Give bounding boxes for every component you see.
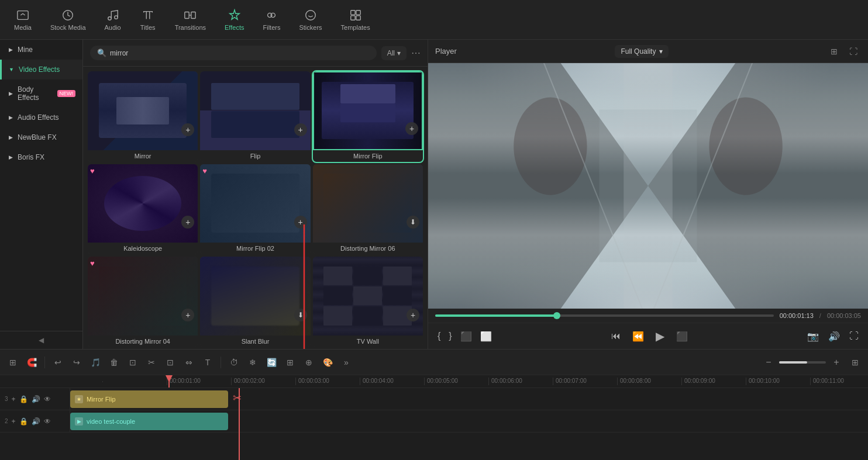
clip-effect-icon: ★ bbox=[75, 395, 83, 403]
track2-visible-icon[interactable]: 👁 bbox=[44, 417, 51, 426]
progress-fill bbox=[435, 314, 557, 317]
fullscreen-button[interactable]: ⛶ bbox=[846, 46, 861, 57]
sidebar-item-boris-fx[interactable]: ▶ Boris FX bbox=[0, 147, 82, 167]
track-visible-icon[interactable]: 👁 bbox=[44, 395, 51, 403]
add-tv-wall-button[interactable]: + bbox=[407, 309, 419, 321]
step-back-button[interactable]: ⏪ bbox=[630, 328, 646, 344]
toolbar-templates[interactable]: Templates bbox=[333, 4, 378, 36]
download-distorting-mirror-06-button[interactable]: ⬇ bbox=[407, 216, 419, 229]
effect-item-kaleidoscope[interactable]: ♥ + Kaleidoscope bbox=[88, 164, 198, 255]
add-kaleidoscope-button[interactable]: + bbox=[181, 216, 194, 229]
tl-crop-button[interactable]: ⊡ bbox=[162, 354, 178, 371]
video-overlay-svg bbox=[428, 63, 868, 309]
extract-button[interactable]: ⬛ bbox=[458, 328, 474, 344]
mark-out-button[interactable]: } bbox=[446, 328, 454, 344]
tl-loop-button[interactable]: 🔄 bbox=[263, 354, 280, 371]
tl-color-button[interactable]: 🎨 bbox=[319, 354, 336, 371]
camera-button[interactable]: 📷 bbox=[805, 328, 821, 344]
tl-text-button[interactable]: T bbox=[199, 354, 216, 371]
play-button[interactable]: ▶ bbox=[653, 327, 667, 345]
effects-content: + Mirror + Flip bbox=[83, 67, 428, 349]
zoom-out-button[interactable]: − bbox=[760, 354, 777, 371]
tl-audio-extract-button[interactable]: 🎵 bbox=[87, 354, 104, 371]
tl-delete-button[interactable]: 🗑 bbox=[106, 354, 122, 371]
track-mute-icon[interactable]: 🔊 bbox=[32, 395, 40, 403]
effect-item-tv-wall[interactable]: + TV Wall bbox=[313, 257, 423, 347]
tl-redo-button[interactable]: ↪ bbox=[68, 354, 85, 371]
effect-item-mirror[interactable]: + Mirror bbox=[88, 71, 198, 162]
player-controls-center: ⏮ ⏪ ▶ ⬛ bbox=[609, 327, 690, 345]
toolbar-filters[interactable]: Filters bbox=[254, 4, 288, 36]
add-flip-button[interactable]: + bbox=[294, 123, 307, 136]
player-area: Player Full Quality ▾ ⊞ ⛶ bbox=[428, 40, 868, 349]
sidebar-item-audio-effects[interactable]: ▶ Audio Effects bbox=[0, 108, 82, 127]
stop-button[interactable]: ⬛ bbox=[674, 328, 690, 344]
add-mirror-flip-button[interactable]: + bbox=[405, 122, 418, 135]
effect-label-slant-blur: Slant Blur bbox=[200, 336, 310, 347]
tl-split-button[interactable]: ⊞ bbox=[282, 354, 298, 371]
track2-mute-icon[interactable]: 🔊 bbox=[32, 417, 40, 426]
sidebar-item-newblue-fx[interactable]: ▶ NewBlue FX bbox=[0, 127, 82, 147]
toolbar-titles[interactable]: Titles bbox=[132, 4, 164, 36]
toolbar-stickers[interactable]: Stickers bbox=[291, 4, 330, 36]
tl-resize-button[interactable]: ⇔ bbox=[181, 354, 197, 371]
sidebar-collapse-button[interactable]: ◀ bbox=[0, 331, 82, 349]
effect-item-distorting-mirror-06[interactable]: ⬇ Distorting Mirror 06 bbox=[313, 164, 423, 255]
effect-label-mirror-flip: Mirror Flip bbox=[313, 150, 423, 162]
clip-mirror-flip[interactable]: ★ Mirror Flip bbox=[70, 390, 228, 408]
clip-video-test-couple[interactable]: ▶ video test-couple bbox=[70, 413, 228, 430]
search-filter-dropdown[interactable]: All ▾ bbox=[381, 46, 407, 60]
svg-point-3 bbox=[114, 15, 118, 18]
sidebar-item-mine[interactable]: ▶ Mine bbox=[0, 40, 82, 60]
mark-in-button[interactable]: { bbox=[435, 328, 443, 344]
sidebar-item-video-effects[interactable]: ▼ Video Effects bbox=[0, 60, 82, 79]
ruler-tick-0 bbox=[102, 381, 167, 382]
tl-copy-button[interactable]: ⊡ bbox=[125, 354, 141, 371]
search-more-button[interactable]: ⋯ bbox=[411, 47, 421, 58]
track2-add-icon[interactable]: + bbox=[12, 417, 16, 426]
overwrite-button[interactable]: ⬜ bbox=[478, 328, 494, 344]
effect-item-mirror-flip[interactable]: + Mirror Flip bbox=[313, 71, 423, 162]
tl-undo-button[interactable]: ↩ bbox=[50, 354, 66, 371]
effect-item-flip[interactable]: + Flip bbox=[200, 71, 310, 162]
rewind-button[interactable]: ⏮ bbox=[609, 328, 623, 344]
tl-magnet-button[interactable]: 🧲 bbox=[23, 354, 40, 371]
progress-track[interactable] bbox=[435, 314, 774, 317]
track-add-icon[interactable]: + bbox=[12, 395, 16, 403]
toolbar-audio[interactable]: Audio bbox=[97, 4, 129, 36]
quality-select[interactable]: Full Quality ▾ bbox=[615, 45, 669, 58]
add-distorting-mirror-04-button[interactable]: + bbox=[181, 309, 194, 321]
zoom-slider[interactable] bbox=[779, 361, 826, 364]
svg-rect-9 bbox=[350, 10, 354, 14]
toolbar-media[interactable]: Media bbox=[6, 4, 40, 36]
download-slant-blur-button[interactable]: ⬇ bbox=[294, 309, 307, 321]
fullscreen-player-button[interactable]: ⛶ bbox=[847, 328, 861, 344]
tl-speed-button[interactable]: ⏱ bbox=[226, 354, 242, 371]
zoom-in-button[interactable]: + bbox=[828, 354, 845, 371]
grid-view-button[interactable]: ⊞ bbox=[827, 46, 841, 57]
search-input-wrap[interactable]: 🔍 bbox=[90, 46, 377, 60]
toolbar-transitions[interactable]: Transitions bbox=[167, 4, 214, 36]
toolbar-stock-media[interactable]: Stock Media bbox=[42, 4, 94, 36]
effect-item-slant-blur[interactable]: ⬇ Slant Blur bbox=[200, 257, 310, 347]
search-input[interactable] bbox=[110, 49, 370, 57]
tl-freeze-button[interactable]: ❄ bbox=[244, 354, 261, 371]
tl-more-button[interactable]: » bbox=[338, 354, 354, 371]
tl-cut-button[interactable]: ✂ bbox=[143, 354, 160, 371]
track2-lock-icon[interactable]: 🔒 bbox=[19, 417, 28, 426]
search-icon: 🔍 bbox=[97, 49, 106, 57]
effect-item-mirror-flip-02[interactable]: ♥ + Mirror Flip 02 bbox=[200, 164, 310, 255]
sidebar-item-body-effects[interactable]: ▶ Body Effects NEW! bbox=[0, 79, 82, 108]
track-lock-icon[interactable]: 🔒 bbox=[19, 395, 28, 403]
tl-merge-button[interactable]: ⊕ bbox=[301, 354, 317, 371]
add-mirror-button[interactable]: + bbox=[181, 123, 194, 136]
timeline-ruler: 00:00:01:00 00:00:02:00 00:00:03:00 00:0… bbox=[0, 375, 868, 388]
ruler-tick-8: 00:00:08:00 bbox=[617, 378, 681, 385]
effect-item-distorting-mirror-04[interactable]: ♥ + Distorting Mirror 04 bbox=[88, 257, 198, 347]
volume-button[interactable]: 🔊 bbox=[826, 328, 842, 344]
toolbar-effects[interactable]: Effects bbox=[216, 4, 252, 36]
tl-add-track-button[interactable]: ⊞ bbox=[5, 354, 21, 371]
add-mirror-flip-02-button[interactable]: + bbox=[294, 216, 307, 229]
tl-grid-button[interactable]: ⊞ bbox=[847, 354, 863, 371]
ruler-tick-5: 00:00:05:00 bbox=[424, 378, 488, 385]
